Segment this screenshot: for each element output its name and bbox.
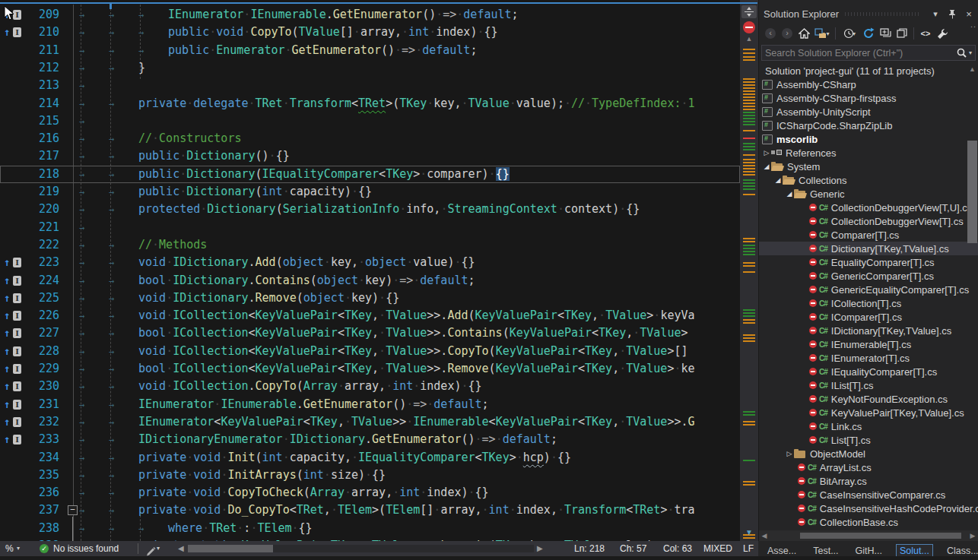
line-indicator[interactable]: Ln: 218 (574, 541, 605, 556)
tree-item-solution-project-gui-11-of-11-projects[interactable]: Solution 'project-gui' (11 of 11 project… (759, 64, 978, 78)
code-line-231[interactable]: ↑I231→→IEnumerator·IEnumerable.GetEnumer… (0, 396, 740, 413)
tree-item-caseinsensitivehashcodeprovider-cs[interactable]: C#CaseInsensitiveHashCodeProvider.cs (759, 501, 978, 515)
zoom-caret-icon[interactable]: ▾ (17, 541, 20, 556)
tree-item-system[interactable]: ◢System (759, 160, 978, 173)
document-health-error-icon[interactable] (743, 21, 755, 33)
tree-vertical-scrollbar-thumb[interactable] (967, 141, 977, 243)
tree-item-collectiondebuggerview-t-cs[interactable]: C#CollectionDebuggerView[T].cs (759, 214, 978, 228)
code-line-212[interactable]: 212→→} (0, 59, 740, 77)
char-indicator[interactable]: Ch: 57 (620, 541, 646, 556)
code-line-218[interactable]: 218→→public·Dictionary(IEqualityComparer… (0, 166, 740, 183)
override-indicator-icon[interactable]: ↑I (4, 360, 24, 378)
tree-item-objectmodel[interactable]: ▷ObjectModel (759, 447, 978, 460)
search-icon[interactable] (957, 48, 967, 58)
forward-icon[interactable]: › (779, 26, 795, 41)
tree-item-list-t-cs[interactable]: C#List[T].cs (759, 433, 978, 447)
code-text[interactable]: →→bool·ICollection<KeyValuePair<TKey,·TV… (79, 324, 740, 343)
zoom-control[interactable]: % (5, 541, 14, 556)
issues-status[interactable]: No issues found (53, 541, 119, 556)
tool-tab-gith[interactable]: GitH... (853, 545, 885, 557)
expander-expanded-icon[interactable]: ◢ (785, 190, 794, 198)
code-line-217[interactable]: 217→→public·Dictionary()·{} (0, 147, 740, 165)
code-text[interactable]: →→private·void·Init(int·capacity,·IEqual… (79, 449, 740, 467)
code-line-223[interactable]: ↑I223→→void·IDictionary.Add(object·key,·… (0, 254, 740, 271)
code-line-238[interactable]: 238→→→where·TRet·:·TElem·{} (0, 520, 740, 537)
code-line-232[interactable]: ↑I232→→IEnumerator<KeyValuePair<TKey,·TV… (0, 413, 740, 431)
editor-horizontal-scrollbar[interactable] (188, 545, 534, 552)
tool-tab-solut[interactable]: Solut... (896, 544, 933, 558)
code-line-228[interactable]: ↑I228→→void·ICollection<KeyValuePair<TKe… (0, 343, 740, 360)
tree-item-genericequalitycomparer-t-cs[interactable]: C#GenericEqualityComparer[T].cs (759, 283, 978, 296)
tree-item-bitarray-cs[interactable]: C#BitArray.cs (759, 474, 978, 488)
code-text[interactable]: →→→where·TRet·:·TElem·{} (79, 520, 740, 538)
code-line-226[interactable]: ↑I226→→void·ICollection<KeyValuePair<TKe… (0, 307, 740, 324)
code-editor[interactable]: ↑I209→→→IEnumerator·IEnumerable.GetEnume… (0, 0, 740, 541)
code-line-233[interactable]: ↑I233→→IDictionaryEnumerator·IDictionary… (0, 431, 740, 448)
code-text[interactable]: →→→public·Enumerator·GetEnumerator()·=>·… (79, 42, 740, 60)
code-line-229[interactable]: ↑I229→→bool·ICollection<KeyValuePair<TKe… (0, 360, 740, 378)
editor-vertical-scrollbar[interactable]: ▲ ▼ (740, 0, 758, 541)
override-indicator-icon[interactable]: ↑I (4, 307, 24, 324)
code-text[interactable]: →→private·void·InitArrays(int·size)·{} (79, 467, 740, 485)
code-text[interactable]: →→IEnumerator·IEnumerable.GetEnumerator(… (79, 396, 740, 414)
tree-horizontal-scrollbar[interactable]: ◀ ▶ (759, 530, 978, 541)
override-indicator-icon[interactable]: ↑I (4, 396, 24, 413)
tool-tab-class[interactable]: Class... (944, 545, 978, 557)
code-line-216[interactable]: 216→→//·Constructors (0, 130, 740, 147)
collapse-all-icon[interactable] (877, 26, 894, 41)
hscroll-right-icon[interactable]: ▶ (537, 541, 543, 556)
tree-item-comparer-t-cs[interactable]: C#Comparer[T].cs (759, 228, 978, 242)
override-indicator-icon[interactable]: ↑I (4, 324, 24, 342)
properties-wrench-icon[interactable] (934, 26, 951, 41)
brush-caret-icon[interactable]: ▾ (157, 541, 160, 556)
tool-tab-test[interactable]: Test... (810, 545, 841, 557)
code-text[interactable]: →→//·Constructors (79, 130, 740, 148)
code-text[interactable]: →→void·IDictionary.Remove(object·key)·{} (79, 289, 740, 308)
code-text[interactable]: → (79, 77, 740, 95)
toolbar-overflow-icon[interactable]: .. (970, 20, 976, 29)
code-line-225[interactable]: ↑I225→→void·IDictionary.Remove(object·ke… (0, 289, 740, 307)
code-line-222[interactable]: 222→→//·Methods (0, 236, 740, 254)
editor-splitter-handle-icon[interactable] (741, 5, 757, 18)
tree-item-mscorlib[interactable]: mscorlib (759, 132, 978, 146)
search-box[interactable]: Search Solution Explorer (Ctrl+") ▾ (761, 45, 976, 61)
code-line-239[interactable]: 239→→private·static·KeyValuePair<TKey,·T… (0, 537, 740, 541)
scroll-up-arrow-icon[interactable]: ▲ (740, 35, 758, 43)
tree-item-icollection-t-cs[interactable]: C#ICollection[T].cs (759, 296, 978, 310)
fold-collapse-icon[interactable]: − (68, 505, 78, 515)
code-text[interactable]: →→bool·ICollection<KeyValuePair<TKey,·TV… (79, 360, 740, 378)
tree-item-assembly-csharp[interactable]: Assembly-CSharp (759, 78, 978, 91)
search-options-caret-icon[interactable]: ▾ (969, 49, 972, 56)
code-text[interactable]: →→private·void·CopyToCheck(Array·array,·… (79, 484, 740, 502)
tree-item-ilist-t-cs[interactable]: C#IList[T].cs (759, 378, 978, 392)
column-indicator[interactable]: Col: 63 (663, 541, 692, 556)
tool-tab-asse[interactable]: Asse... (764, 545, 799, 557)
code-line-215[interactable]: 215→ (0, 112, 740, 130)
code-line-221[interactable]: 221→ (0, 219, 740, 236)
code-text[interactable]: →→private·void·Do_CopyTo<TRet,·TElem>(TE… (79, 501, 740, 520)
tree-scroll-right-icon[interactable]: ▶ (967, 532, 978, 539)
code-text[interactable]: →→IDictionaryEnumerator·IDictionary.GetE… (79, 431, 740, 449)
home-icon[interactable] (795, 26, 812, 41)
code-line-227[interactable]: ↑I227→→bool·ICollection<KeyValuePair<TKe… (0, 324, 740, 342)
code-line-210[interactable]: ↑I210→→→public·void·CopyTo(TValue[]·arra… (0, 24, 740, 41)
code-line-219[interactable]: 219→→public·Dictionary(int·capacity)·{} (0, 183, 740, 201)
override-indicator-icon[interactable]: ↑I (4, 413, 24, 431)
tree-item-dictionary-tkey-tvalue-cs[interactable]: C#Dictionary[TKey,TValue].cs (759, 242, 978, 255)
override-indicator-icon[interactable]: ↑I (4, 431, 24, 448)
tree-item-keynotfoundexception-cs[interactable]: C#KeyNotFoundException.cs (759, 392, 978, 406)
code-line-236[interactable]: 236→→private·void·CopyToCheck(Array·arra… (0, 484, 740, 501)
code-text[interactable]: →→private·delegate·TRet·Transform<TRet>(… (79, 95, 740, 113)
code-text[interactable]: →→→IEnumerator·IEnumerable.GetEnumerator… (79, 6, 740, 24)
scroll-down-arrow-icon[interactable]: ▼ (740, 528, 758, 536)
expander-collapsed-icon[interactable]: ▷ (785, 450, 794, 457)
tree-item-collections[interactable]: ◢Collections (759, 173, 978, 187)
code-text[interactable]: →→public·Dictionary(int·capacity)·{} (79, 183, 740, 201)
code-line-224[interactable]: ↑I224→→bool·IDictionary.Contains(object·… (0, 272, 740, 289)
tree-item-icomparer-t-cs[interactable]: C#IComparer[T].cs (759, 310, 978, 324)
code-text[interactable]: →→private·static·KeyValuePair<TKey,·TVal… (79, 537, 740, 541)
switch-views-icon[interactable]: ▾ (812, 26, 832, 41)
tree-item-link-cs[interactable]: C#Link.cs (759, 419, 978, 433)
tree-item-ienumerable-t-cs[interactable]: C#IEnumerable[T].cs (759, 337, 978, 351)
tree-item-ienumerator-t-cs[interactable]: C#IEnumerator[T].cs (759, 351, 978, 365)
